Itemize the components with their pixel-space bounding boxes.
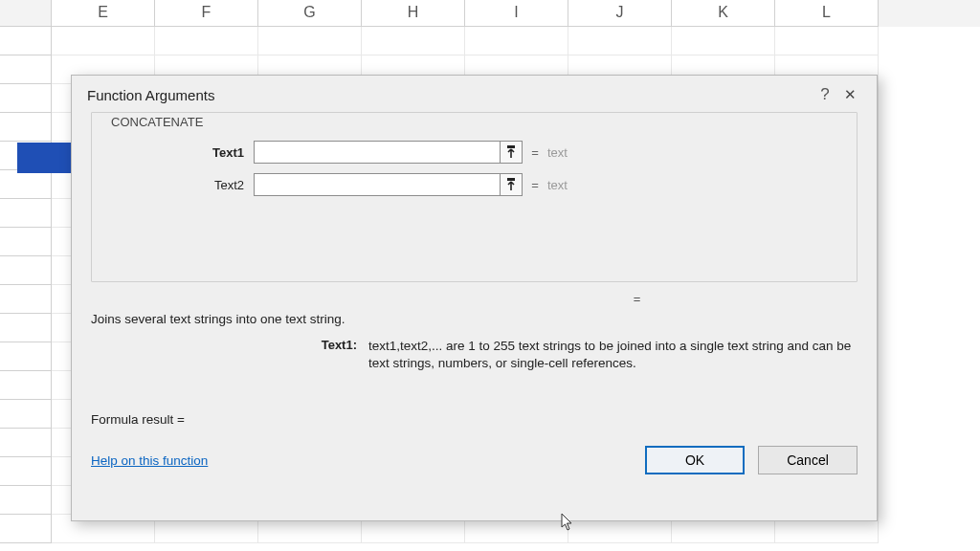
argument-help: Text1: text1,text2,... are 1 to 255 text… (91, 338, 858, 372)
equals-sign: = (523, 145, 547, 160)
argument-help-text: text1,text2,... are 1 to 255 text string… (368, 338, 858, 372)
header-gutter (0, 0, 52, 27)
argument-preview: text (547, 145, 568, 160)
collapse-dialog-icon (505, 178, 517, 191)
argument-label: Text2 (105, 178, 254, 192)
column-header[interactable]: J (568, 0, 672, 27)
equals-sign: = (523, 178, 547, 192)
column-header[interactable]: F (155, 0, 258, 27)
argument-row: Text1 = text (105, 141, 843, 164)
column-header[interactable]: L (775, 0, 879, 27)
range-selector-button[interactable] (500, 141, 523, 164)
column-header[interactable]: H (362, 0, 465, 27)
text1-input[interactable] (254, 141, 501, 164)
column-header[interactable]: I (465, 0, 568, 27)
dialog-close-button[interactable]: ✕ (836, 86, 863, 103)
svg-rect-1 (507, 145, 515, 148)
ok-button[interactable]: OK (645, 446, 745, 474)
collapse-dialog-icon (505, 145, 517, 159)
function-description: Joins several text strings into one text… (91, 312, 858, 326)
column-header[interactable]: K (672, 0, 775, 27)
formula-result-label: Formula result = (91, 412, 858, 427)
function-arguments-dialog: Function Arguments ? ✕ CONCATENATE Text1… (71, 75, 878, 521)
function-name-label: CONCATENATE (105, 115, 209, 129)
column-header[interactable]: E (52, 0, 155, 27)
dialog-title: Function Arguments (87, 87, 214, 103)
argument-label: Text1 (105, 145, 254, 160)
arguments-groupbox: CONCATENATE Text1 = text Text2 = text (91, 112, 858, 282)
dialog-help-button[interactable]: ? (813, 85, 836, 104)
cancel-button[interactable]: Cancel (758, 446, 858, 474)
argument-preview: text (547, 178, 568, 192)
argument-row: Text2 = text (105, 173, 843, 196)
range-selector-button[interactable] (500, 173, 523, 196)
column-header[interactable]: G (258, 0, 362, 27)
dialog-titlebar[interactable]: Function Arguments ? ✕ (72, 76, 877, 108)
column-header-row: E F G H I J K L (0, 0, 980, 27)
result-equals: = (91, 292, 858, 306)
argument-help-label: Text1: (91, 338, 368, 372)
text2-input[interactable] (254, 173, 501, 196)
selected-row-header[interactable] (0, 84, 52, 113)
help-on-function-link[interactable]: Help on this function (91, 453, 208, 468)
svg-rect-2 (507, 178, 515, 181)
table-row (0, 27, 980, 55)
